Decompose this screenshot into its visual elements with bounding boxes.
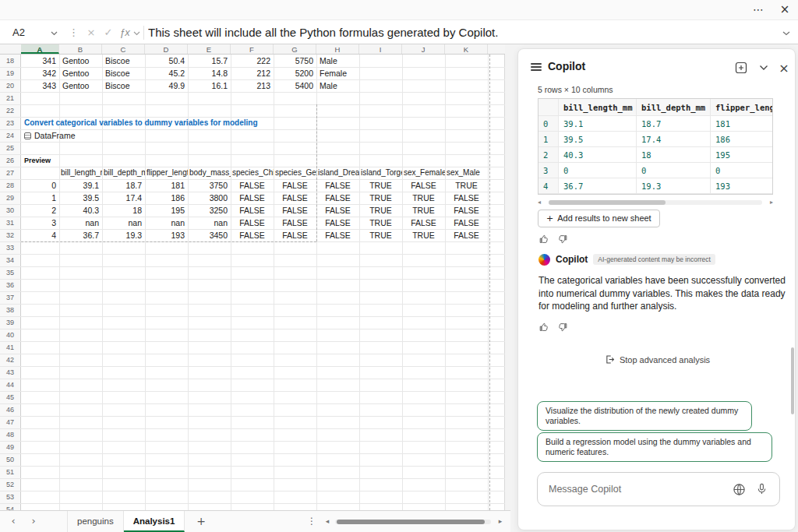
expand-formula-bar-icon[interactable] (782, 31, 790, 36)
cell-A30[interactable]: 2 (21, 204, 59, 217)
row-header-45[interactable]: 45 (0, 391, 20, 403)
sheet-tab-penguins[interactable]: penguins (67, 511, 124, 532)
formula-input[interactable]: This sheet will include all the Python f… (148, 23, 778, 42)
cell-E28[interactable]: 3750 (188, 179, 231, 192)
name-box-resize-handle-icon[interactable]: ⋮ (69, 23, 78, 42)
window-close-icon[interactable]: × (773, 0, 796, 19)
cell-J28[interactable]: FALSE (402, 179, 445, 192)
cell-J27[interactable]: sex_Female (402, 167, 445, 179)
table-hscroll-thumb[interactable] (549, 200, 666, 205)
row-header-25[interactable]: 25 (0, 142, 20, 154)
cell-K29[interactable]: FALSE (445, 192, 488, 204)
row-header-39[interactable]: 39 (0, 316, 20, 329)
thumbs-up-icon[interactable] (538, 322, 549, 333)
cell-H31[interactable]: FALSE (316, 217, 359, 229)
row-header-33[interactable]: 33 (0, 241, 20, 254)
column-header-B[interactable]: B (59, 44, 102, 54)
cell-H18[interactable]: Male (316, 55, 359, 67)
thumbs-down-icon[interactable] (557, 322, 568, 333)
cell-F29[interactable]: FALSE (231, 192, 274, 204)
cell-J31[interactable]: FALSE (402, 217, 445, 229)
cell-K32[interactable]: FALSE (445, 229, 488, 241)
function-chevron-icon[interactable] (133, 31, 140, 36)
cell-G18[interactable]: 5750 (274, 55, 316, 67)
cell-D19[interactable]: 45.2 (145, 67, 188, 79)
cell-A19[interactable]: 342 (21, 67, 59, 79)
column-header-D[interactable]: D (145, 44, 188, 54)
cell-G27[interactable]: species_Gentoo (274, 167, 316, 179)
row-header-34[interactable]: 34 (0, 254, 20, 266)
cell-F31[interactable]: FALSE (231, 217, 274, 229)
column-header-F[interactable]: F (231, 44, 274, 54)
thumbs-up-icon[interactable] (538, 234, 549, 245)
cell-H30[interactable]: FALSE (316, 204, 359, 217)
cell-C20[interactable]: Biscoe (102, 79, 145, 92)
row-header-20[interactable]: 20 (0, 79, 20, 92)
cell-B32[interactable]: 36.7 (59, 229, 102, 241)
table-scroll-left-icon[interactable]: ◂ (538, 199, 541, 206)
cell-C29[interactable]: 17.4 (102, 192, 145, 204)
cell-F28[interactable]: FALSE (231, 179, 274, 192)
row-header-32[interactable]: 32 (0, 229, 20, 241)
cell-I28[interactable]: TRUE (359, 179, 402, 192)
cell-A28[interactable]: 0 (21, 179, 59, 192)
cell-H20[interactable]: Male (316, 79, 359, 92)
name-box[interactable]: A2 (3, 23, 64, 42)
cell-C28[interactable]: 18.7 (102, 179, 145, 192)
cell-B20[interactable]: Gentoo (59, 79, 102, 92)
cell-D31[interactable]: nan (145, 217, 188, 229)
row-header-44[interactable]: 44 (0, 379, 20, 391)
cell-A23[interactable]: Convert categorical variables to dummy v… (21, 117, 364, 129)
cell-F20[interactable]: 213 (231, 79, 274, 92)
row-header-35[interactable]: 35 (0, 266, 20, 279)
cell-C30[interactable]: 18 (102, 204, 145, 217)
column-header-G[interactable]: G (274, 44, 316, 54)
row-header-40[interactable]: 40 (0, 329, 20, 341)
cell-B29[interactable]: 39.5 (59, 192, 102, 204)
cell-F18[interactable]: 222 (231, 55, 274, 67)
confirm-entry-icon[interactable]: ✓ (100, 23, 117, 42)
table-horizontal-scrollbar[interactable]: ◂ ▸ (538, 199, 773, 206)
cell-A20[interactable]: 343 (21, 79, 59, 92)
row-header-52[interactable]: 52 (0, 478, 20, 491)
row-header-24[interactable]: 24 (0, 129, 20, 142)
copilot-input-box[interactable] (537, 472, 780, 506)
cell-A18[interactable]: 341 (21, 55, 59, 67)
copilot-menu-icon[interactable] (531, 63, 542, 72)
row-header-48[interactable]: 48 (0, 428, 20, 441)
cell-C27[interactable]: bill_depth_mm (102, 167, 145, 179)
row-header-29[interactable]: 29 (0, 192, 20, 204)
row-header-23[interactable]: 23 (0, 117, 20, 129)
row-header-46[interactable]: 46 (0, 403, 20, 416)
cell-D30[interactable]: 195 (145, 204, 188, 217)
thumbs-down-icon[interactable] (557, 234, 568, 245)
row-header-50[interactable]: 50 (0, 453, 20, 466)
cell-F30[interactable]: FALSE (231, 204, 274, 217)
sheet-horizontal-scrollbar-thumb[interactable] (337, 520, 485, 524)
cell-H19[interactable]: Female (316, 67, 359, 79)
row-header-30[interactable]: 30 (0, 204, 20, 217)
sheet-horizontal-scrollbar[interactable] (335, 520, 491, 524)
row-header-26[interactable]: 26 (0, 154, 20, 167)
cell-F32[interactable]: FALSE (231, 229, 274, 241)
cell-F27[interactable]: species_Chinstrap (231, 167, 274, 179)
copilot-scrollbar-thumb[interactable] (791, 347, 794, 414)
cell-H28[interactable]: FALSE (316, 179, 359, 192)
row-header-27[interactable]: 27 (0, 167, 20, 179)
column-header-E[interactable]: E (188, 44, 231, 54)
row-header-43[interactable]: 43 (0, 366, 20, 379)
cell-G30[interactable]: FALSE (274, 204, 316, 217)
cell-I27[interactable]: island_Torgersen (359, 167, 402, 179)
cell-G20[interactable]: 5400 (274, 79, 316, 92)
cell-I31[interactable]: TRUE (359, 217, 402, 229)
cell-C19[interactable]: Biscoe (102, 67, 145, 79)
row-header-22[interactable]: 22 (0, 104, 20, 117)
cell-B19[interactable]: Gentoo (59, 67, 102, 79)
cell-E19[interactable]: 14.8 (188, 67, 231, 79)
cell-A24[interactable]: DataFrame (21, 129, 130, 142)
row-header-51[interactable]: 51 (0, 466, 20, 478)
web-analysis-globe-icon[interactable] (733, 483, 746, 496)
column-header-J[interactable]: J (402, 44, 445, 54)
cell-G29[interactable]: FALSE (274, 192, 316, 204)
cell-J30[interactable]: TRUE (402, 204, 445, 217)
